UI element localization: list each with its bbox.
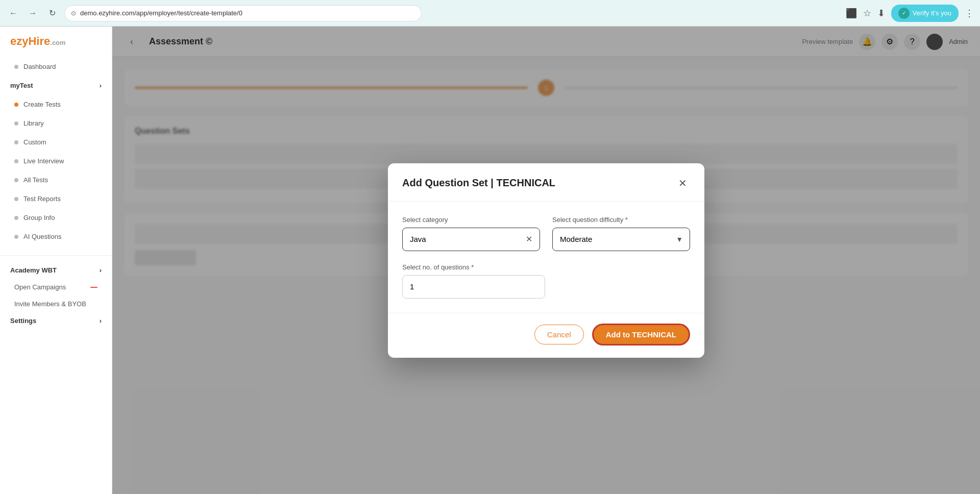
category-label: Select category bbox=[402, 216, 540, 224]
logo-text: ezyHire bbox=[10, 35, 50, 47]
settings-expand-icon: › bbox=[100, 317, 102, 325]
campaigns-badge bbox=[90, 287, 97, 288]
forward-button[interactable]: → bbox=[26, 6, 40, 20]
sidebar: ezyHire.com Dashboard myTest › Create Te… bbox=[0, 27, 112, 494]
sidebar-item-live-interview[interactable]: Live Interview bbox=[4, 153, 108, 169]
cast-icon[interactable]: ⬛ bbox=[846, 8, 857, 19]
modal-title: Add Question Set | TECHNICAL bbox=[402, 177, 555, 189]
num-questions-group: Select no. of questions * bbox=[402, 263, 545, 299]
download-icon[interactable]: ⬇ bbox=[877, 8, 885, 19]
test-reports-dot bbox=[14, 197, 18, 201]
sidebar-item-custom[interactable]: Custom bbox=[4, 134, 108, 151]
sidebar-item-group-info[interactable]: Group Info bbox=[4, 209, 108, 226]
difficulty-select-wrapper: Easy Moderate Hard ▼ bbox=[552, 228, 690, 251]
category-group: Select category ✕ bbox=[402, 216, 540, 251]
menu-icon[interactable]: ⋮ bbox=[965, 8, 974, 19]
back-button[interactable]: ← bbox=[6, 6, 20, 20]
sidebar-item-academy[interactable]: Academy WBT › bbox=[0, 262, 112, 279]
sidebar-item-create-tests[interactable]: Create Tests bbox=[4, 96, 108, 113]
reload-button[interactable]: ↻ bbox=[45, 6, 59, 20]
sidebar-item-open-campaigns[interactable]: Open Campaigns bbox=[4, 279, 108, 295]
academy-expand-icon: › bbox=[100, 266, 102, 274]
url-text: demo.ezyhire.com/app/employer/test/creat… bbox=[80, 9, 415, 17]
ai-questions-dot bbox=[14, 235, 18, 239]
modal-overlay: Add Question Set | TECHNICAL ✕ Select ca… bbox=[112, 27, 980, 494]
modal: Add Question Set | TECHNICAL ✕ Select ca… bbox=[388, 163, 704, 358]
app-container: ezyHire.com Dashboard myTest › Create Te… bbox=[0, 27, 980, 494]
sidebar-item-ai-questions[interactable]: AI Questions bbox=[4, 228, 108, 245]
sidebar-item-test-reports[interactable]: Test Reports bbox=[4, 190, 108, 207]
add-to-technical-button[interactable]: Add to TECHNICAL bbox=[592, 324, 690, 345]
verify-label: Verify it's you bbox=[913, 9, 951, 17]
expand-icon: › bbox=[100, 82, 102, 89]
sidebar-dashboard-label: Dashboard bbox=[23, 63, 56, 70]
difficulty-group: Select question difficulty * Easy Modera… bbox=[552, 216, 690, 251]
security-icon: ⊙ bbox=[71, 10, 76, 17]
cancel-button[interactable]: Cancel bbox=[534, 325, 584, 344]
address-bar[interactable]: ⊙ demo.ezyhire.com/app/employer/test/cre… bbox=[64, 5, 422, 21]
modal-close-button[interactable]: ✕ bbox=[675, 176, 690, 191]
sidebar-item-invite-members[interactable]: Invite Members & BYOB bbox=[4, 295, 108, 312]
custom-dot bbox=[14, 140, 18, 144]
library-dot bbox=[14, 121, 18, 126]
modal-footer: Cancel Add to TECHNICAL bbox=[388, 313, 704, 358]
sidebar-item-dashboard[interactable]: Dashboard bbox=[4, 58, 108, 75]
num-questions-label: Select no. of questions * bbox=[402, 263, 545, 271]
sidebar-item-mytest[interactable]: myTest › bbox=[0, 77, 112, 94]
browser-chrome: ← → ↻ ⊙ demo.ezyhire.com/app/employer/te… bbox=[0, 0, 980, 27]
category-clear-button[interactable]: ✕ bbox=[526, 234, 532, 244]
category-input-wrapper[interactable]: ✕ bbox=[402, 228, 540, 251]
star-icon[interactable]: ☆ bbox=[863, 8, 871, 19]
category-input[interactable] bbox=[410, 235, 522, 243]
form-row-1: Select category ✕ Select question diffic… bbox=[402, 216, 690, 251]
sidebar-item-all-tests[interactable]: All Tests bbox=[4, 171, 108, 188]
difficulty-label: Select question difficulty * bbox=[552, 216, 690, 224]
dashboard-dot bbox=[14, 65, 18, 69]
modal-body: Select category ✕ Select question diffic… bbox=[388, 202, 704, 313]
sidebar-item-library[interactable]: Library bbox=[4, 115, 108, 132]
num-questions-input[interactable] bbox=[402, 275, 545, 299]
live-interview-dot bbox=[14, 159, 18, 163]
difficulty-select[interactable]: Easy Moderate Hard bbox=[552, 228, 690, 251]
verify-button[interactable]: ✓ Verify it's you bbox=[891, 5, 959, 22]
group-info-dot bbox=[14, 216, 18, 220]
main-content: ‹ Assessment © Preview template 🔔 ⚙ ? Ad… bbox=[112, 27, 980, 494]
all-tests-dot bbox=[14, 178, 18, 182]
modal-header: Add Question Set | TECHNICAL ✕ bbox=[388, 163, 704, 202]
create-tests-dot bbox=[14, 103, 18, 107]
sidebar-item-settings[interactable]: Settings › bbox=[0, 312, 112, 329]
logo: ezyHire.com bbox=[0, 35, 112, 56]
browser-action-icons: ⬛ ☆ ⬇ ✓ Verify it's you ⋮ bbox=[846, 5, 974, 22]
verify-avatar: ✓ bbox=[898, 8, 910, 19]
